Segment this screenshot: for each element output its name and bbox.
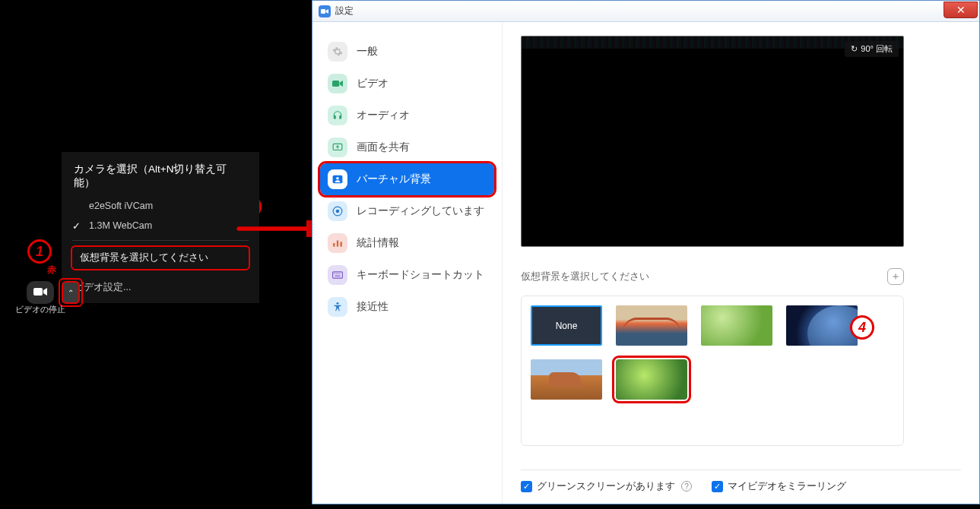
- svg-rect-0: [33, 288, 43, 296]
- background-thumbnail-grid: None: [521, 296, 904, 446]
- gear-icon: [328, 42, 347, 62]
- svg-point-18: [337, 302, 339, 305]
- statistics-icon: [328, 233, 347, 253]
- meeting-control-strip: ⌃: [27, 278, 83, 307]
- chevron-up-icon: ⌃: [68, 289, 74, 297]
- dialog-titlebar: 設定 ✕: [312, 1, 979, 22]
- svg-point-8: [336, 210, 340, 213]
- sidebar-item-virtual-background[interactable]: バーチャル背景: [320, 163, 494, 195]
- svg-rect-12: [333, 272, 343, 278]
- background-option-grass[interactable]: [701, 305, 772, 346]
- camera-select-popup: カメラを選択（Alt+N切り替え可能） e2eSoft iVCam 1.3M W…: [62, 152, 259, 303]
- video-camera-icon: [33, 286, 47, 299]
- video-settings-item[interactable]: ビデオ設定...: [62, 277, 259, 299]
- add-background-button[interactable]: ＋: [887, 268, 904, 285]
- svg-rect-13: [334, 273, 335, 274]
- background-option-canyon[interactable]: [531, 359, 602, 400]
- settings-dialog: 設定 ✕ 一般 ビデオ オーディオ: [312, 0, 980, 504]
- sidebar-item-statistics[interactable]: 統計情報: [320, 227, 494, 259]
- zoom-app-icon: [319, 5, 331, 17]
- sidebar-item-label: キーボードショートカット: [357, 268, 487, 282]
- rotate-90-button[interactable]: ↻ 90° 回転: [845, 41, 899, 57]
- svg-rect-17: [335, 276, 341, 277]
- background-option-none[interactable]: None: [531, 305, 602, 346]
- stop-video-label: ビデオの停止: [15, 304, 65, 315]
- svg-rect-15: [338, 273, 338, 274]
- video-preview: ↻ 90° 回転: [521, 36, 904, 247]
- popup-title: カメラを選択（Alt+N切り替え可能）: [62, 160, 259, 196]
- sidebar-item-label: 接近性: [357, 300, 487, 314]
- camera-option-webcam[interactable]: 1.3M WebCam: [62, 216, 259, 236]
- sidebar-item-accessibility[interactable]: 接近性: [320, 291, 494, 323]
- background-option-bridge[interactable]: [616, 305, 687, 346]
- sidebar-item-label: 画面を共有: [357, 141, 487, 154]
- annotation-badge-4: 4: [850, 315, 874, 340]
- background-option-earth[interactable]: [786, 305, 858, 346]
- annotation-badge-1: 1: [27, 239, 52, 264]
- sidebar-item-share-screen[interactable]: 画面を共有: [320, 131, 494, 163]
- sidebar-item-general[interactable]: 一般: [320, 36, 494, 68]
- svg-rect-2: [321, 9, 325, 14]
- mirror-video-checkbox[interactable]: ✓ マイビデオをミラーリング: [712, 479, 846, 493]
- svg-point-6: [336, 177, 339, 180]
- svg-rect-11: [341, 242, 342, 246]
- svg-rect-3: [332, 81, 339, 87]
- caret-highlight: ⌃: [59, 278, 83, 307]
- rotate-icon: ↻: [851, 44, 858, 54]
- sidebar-item-label: ビデオ: [357, 77, 487, 90]
- accessibility-icon: [328, 297, 347, 317]
- select-virtual-background-title: 仮想背景を選択してください: [521, 270, 649, 283]
- sidebar-item-label: オーディオ: [357, 109, 487, 122]
- checkbox-checked-icon: ✓: [521, 481, 532, 492]
- close-button[interactable]: ✕: [944, 2, 978, 18]
- headphones-icon: [328, 106, 347, 125]
- none-label: None: [556, 321, 578, 331]
- checkbox-checked-icon: ✓: [712, 481, 723, 492]
- share-screen-icon: [328, 138, 347, 157]
- recording-icon: [328, 201, 347, 221]
- plus-icon: ＋: [890, 270, 901, 283]
- sidebar-item-recording[interactable]: レコーディングしています: [320, 195, 494, 227]
- partial-red-text: 赤: [47, 264, 56, 277]
- settings-footer: ✓ グリーンスクリーンがあります ? ✓ マイビデオをミラーリング: [521, 469, 961, 493]
- mirror-video-label: マイビデオをミラーリング: [728, 479, 846, 493]
- dialog-title: 設定: [335, 5, 939, 17]
- popup-divider: [72, 240, 249, 241]
- rotate-label: 90° 回転: [861, 43, 893, 55]
- video-camera-icon: [328, 74, 347, 93]
- keyboard-icon: [328, 265, 347, 285]
- svg-rect-14: [336, 273, 337, 274]
- green-screen-checkbox[interactable]: ✓ グリーンスクリーンがあります ?: [521, 479, 692, 493]
- sidebar-item-label: 一般: [357, 45, 487, 58]
- stop-video-button[interactable]: [27, 281, 54, 304]
- help-icon[interactable]: ?: [681, 481, 692, 492]
- sidebar-item-keyboard-shortcuts[interactable]: キーボードショートカット: [320, 259, 494, 291]
- virtual-background-icon: [328, 169, 347, 189]
- camera-option-ivcam[interactable]: e2eSoft iVCam: [62, 196, 259, 216]
- background-option-leaves[interactable]: [616, 359, 687, 400]
- sidebar-item-label: 統計情報: [357, 236, 487, 250]
- sidebar-item-video[interactable]: ビデオ: [320, 68, 494, 100]
- video-options-caret-button[interactable]: ⌃: [62, 281, 80, 304]
- green-screen-label: グリーンスクリーンがあります: [537, 479, 675, 493]
- close-icon: ✕: [956, 4, 966, 16]
- svg-rect-10: [337, 241, 338, 247]
- settings-content: ↻ 90° 回転 仮想背景を選択してください ＋ None: [503, 22, 979, 504]
- sidebar-item-label: レコーディングしています: [357, 204, 487, 218]
- sidebar-item-audio[interactable]: オーディオ: [320, 100, 494, 131]
- select-virtual-background-item[interactable]: 仮想背景を選択してください: [71, 245, 250, 270]
- svg-rect-9: [333, 243, 335, 247]
- svg-rect-16: [339, 273, 340, 274]
- sidebar-item-label: バーチャル背景: [357, 172, 487, 186]
- settings-sidebar: 一般 ビデオ オーディオ 画面を共有: [312, 22, 503, 504]
